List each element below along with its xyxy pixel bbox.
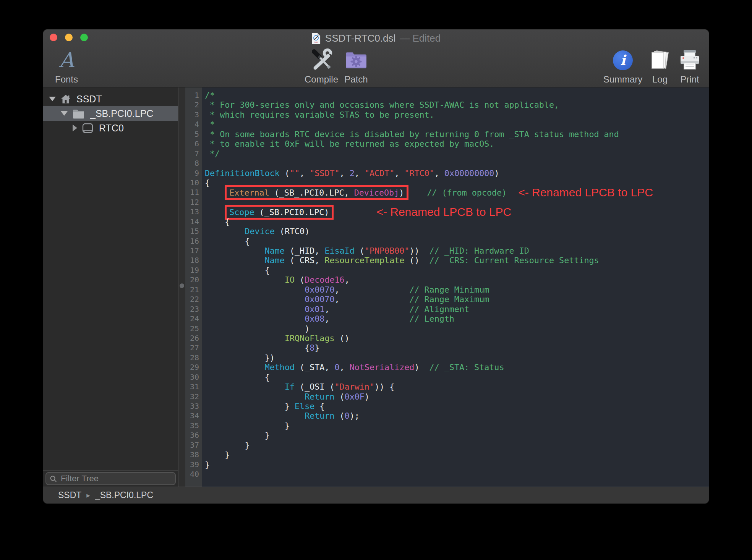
code-line-18[interactable]: 18 Name (_CRS, ResourceTemplate () // _C… bbox=[185, 256, 709, 265]
rename-highlight-box: Scope (_SB.PCI0.LPC) bbox=[225, 205, 334, 220]
code-editor[interactable]: 1/*2 * For 300-series only and occasions… bbox=[185, 87, 709, 487]
line-number: 40 bbox=[185, 469, 202, 479]
filter-input[interactable] bbox=[60, 473, 172, 484]
code-line-29[interactable]: 29 Method (_STA, 0, NotSerialized) // _S… bbox=[185, 363, 709, 372]
line-number: 1 bbox=[185, 91, 202, 100]
print-label: Print bbox=[680, 74, 699, 84]
line-number: 15 bbox=[185, 227, 202, 236]
tree-label: RTC0 bbox=[99, 123, 124, 134]
line-number: 13 bbox=[185, 207, 202, 217]
tree-row-rtc0[interactable]: RTC0 bbox=[43, 121, 178, 135]
patch-button[interactable]: Patch bbox=[327, 46, 385, 84]
code-line-15[interactable]: 15 Device (RTC0) bbox=[185, 227, 709, 236]
title-edited-suffix: — Edited bbox=[400, 32, 441, 44]
line-number: 6 bbox=[185, 139, 202, 149]
disclosure-down-icon[interactable] bbox=[61, 111, 68, 116]
folder-icon bbox=[72, 108, 85, 119]
breadcrumb-separator-icon: ▸ bbox=[86, 491, 90, 500]
code-line-4[interactable]: 4 * bbox=[185, 120, 709, 129]
code-line-25[interactable]: 25 ) bbox=[185, 324, 709, 333]
tree-row-ssdt[interactable]: SSDT bbox=[43, 92, 178, 106]
line-number: 22 bbox=[185, 295, 202, 304]
window-title: DSL SSDT-RTC0.dsl — Edited bbox=[43, 29, 709, 47]
code-line-36[interactable]: 36 } bbox=[185, 431, 709, 440]
code-line-21[interactable]: 21 0x0070, // Range Minimum bbox=[185, 285, 709, 295]
line-number: 8 bbox=[185, 159, 202, 168]
code-line-23[interactable]: 23 0x01, // Alignment bbox=[185, 304, 709, 314]
code-line-1[interactable]: 1/* bbox=[185, 91, 709, 100]
breadcrumb-root[interactable]: SSDT bbox=[58, 490, 81, 500]
code-line-11[interactable]: 11 External (_SB_.PCI0.LPC, DeviceObj)//… bbox=[185, 188, 709, 197]
fonts-icon: A bbox=[59, 50, 74, 71]
patch-label: Patch bbox=[344, 74, 368, 84]
disclosure-right-icon[interactable] bbox=[73, 125, 77, 131]
code-line-31[interactable]: 31 If (_OSI ("Darwin")) { bbox=[185, 382, 709, 392]
breadcrumb-scope[interactable]: _SB.PCI0.LPC bbox=[95, 490, 153, 500]
line-number: 27 bbox=[185, 343, 202, 353]
line-number: 5 bbox=[185, 129, 202, 139]
patch-folder-icon bbox=[345, 48, 368, 73]
code-line-13[interactable]: 13 Scope (_SB.PCI0.LPC)<- Renamed LPCB t… bbox=[185, 207, 709, 217]
line-number: 39 bbox=[185, 460, 202, 469]
code-line-30[interactable]: 30 { bbox=[185, 372, 709, 382]
code-line-32[interactable]: 32 Return (0x0F) bbox=[185, 392, 709, 401]
maciasl-window: DSL SSDT-RTC0.dsl — Edited A Fonts Compi… bbox=[43, 29, 709, 503]
sidebar-splitter[interactable] bbox=[178, 87, 185, 487]
line-number: 38 bbox=[185, 450, 202, 460]
code-line-28[interactable]: 28 }) bbox=[185, 353, 709, 363]
code-line-40[interactable]: 40 bbox=[185, 469, 709, 479]
code-line-3[interactable]: 3 * which requires variable STAS to be p… bbox=[185, 110, 709, 120]
info-icon: i bbox=[613, 50, 633, 70]
filter-field[interactable] bbox=[45, 472, 176, 485]
line-number: 12 bbox=[185, 197, 202, 207]
line-number: 2 bbox=[185, 100, 202, 110]
fonts-label: Fonts bbox=[55, 74, 78, 84]
tree-label: _SB.PCI0.LPC bbox=[90, 108, 153, 119]
code-line-33[interactable]: 33 } Else { bbox=[185, 401, 709, 411]
printer-icon bbox=[679, 48, 700, 73]
line-number: 9 bbox=[185, 168, 202, 178]
line-number: 25 bbox=[185, 324, 202, 333]
code-line-9[interactable]: 9DefinitionBlock ("", "SSDT", 2, "ACDT",… bbox=[185, 168, 709, 178]
code-line-5[interactable]: 5 * On some boards RTC device is disable… bbox=[185, 129, 709, 139]
line-number: 28 bbox=[185, 353, 202, 363]
code-line-17[interactable]: 17 Name (_HID, EisaId ("PNP0B00")) // _H… bbox=[185, 246, 709, 256]
filter-bar bbox=[43, 470, 178, 487]
code-line-16[interactable]: 16 { bbox=[185, 236, 709, 246]
code-line-20[interactable]: 20 IO (Decode16, bbox=[185, 275, 709, 285]
line-number: 37 bbox=[185, 440, 202, 450]
code-line-2[interactable]: 2 * For 300-series only and occasions wh… bbox=[185, 100, 709, 110]
line-number: 35 bbox=[185, 421, 202, 431]
print-button[interactable]: Print bbox=[661, 46, 709, 84]
code-line-7[interactable]: 7 */ bbox=[185, 149, 709, 159]
code-line-26[interactable]: 26 IRQNoFlags () bbox=[185, 333, 709, 343]
code-line-39[interactable]: 39} bbox=[185, 460, 709, 469]
disclosure-down-icon[interactable] bbox=[49, 97, 56, 101]
code-line-27[interactable]: 27 {8} bbox=[185, 343, 709, 353]
code-line-19[interactable]: 19 { bbox=[185, 265, 709, 275]
code-line-24[interactable]: 24 0x08, // Length bbox=[185, 314, 709, 324]
code-line-8[interactable]: 8 bbox=[185, 159, 709, 168]
splitter-handle[interactable] bbox=[180, 283, 184, 288]
code-line-37[interactable]: 37 } bbox=[185, 440, 709, 450]
line-number: 23 bbox=[185, 304, 202, 314]
line-number: 19 bbox=[185, 265, 202, 275]
line-number: 17 bbox=[185, 246, 202, 256]
line-number: 14 bbox=[185, 217, 202, 227]
code-line-6[interactable]: 6 * to enable it 0xF will be returned as… bbox=[185, 139, 709, 149]
code-line-35[interactable]: 35 } bbox=[185, 421, 709, 431]
code-line-22[interactable]: 22 0x0070, // Range Maximum bbox=[185, 295, 709, 304]
line-number: 32 bbox=[185, 392, 202, 401]
line-number: 26 bbox=[185, 333, 202, 343]
window-header: DSL SSDT-RTC0.dsl — Edited A Fonts Compi… bbox=[43, 29, 709, 87]
breadcrumb: SSDT ▸ _SB.PCI0.LPC bbox=[43, 487, 709, 503]
line-number: 18 bbox=[185, 256, 202, 265]
line-number: 21 bbox=[185, 285, 202, 295]
fonts-button[interactable]: A Fonts bbox=[43, 46, 95, 84]
rename-annotation: <- Renamed LPCB to LPC bbox=[376, 206, 511, 218]
document-icon: DSL bbox=[311, 32, 321, 44]
tree-row--sb-pci0-lpc[interactable]: _SB.PCI0.LPC bbox=[43, 106, 178, 121]
code-line-38[interactable]: 38 } bbox=[185, 450, 709, 460]
title-text: SSDT-RTC0.dsl bbox=[325, 32, 395, 44]
code-line-34[interactable]: 34 Return (0); bbox=[185, 411, 709, 421]
